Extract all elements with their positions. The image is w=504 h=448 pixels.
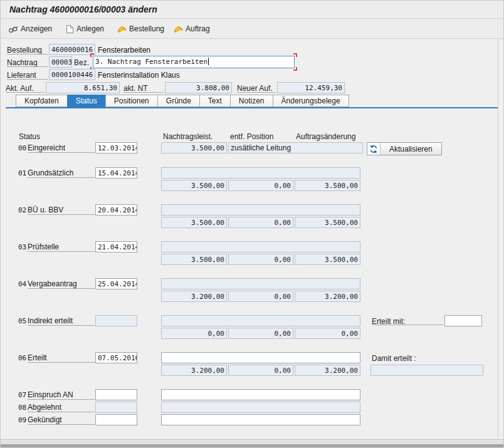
status-date-field[interactable] bbox=[95, 414, 137, 425]
entf-position-field: zusätliche Leitung bbox=[228, 142, 363, 154]
status-label: Gekündigt bbox=[28, 415, 62, 424]
nachtrag-label: Nachtrag bbox=[7, 58, 38, 67]
focus-corner-mark bbox=[90, 53, 94, 57]
status-date-field[interactable]: 25.04.2014 bbox=[95, 278, 137, 289]
anzeigen-button[interactable]: Anzeigen bbox=[6, 23, 55, 35]
nachtragsleist-amount: 3.500,00 bbox=[161, 180, 227, 191]
status-label: Grundsätzlich bbox=[28, 169, 73, 177]
status-label: Einspruch AN bbox=[28, 390, 73, 399]
label-filler-line bbox=[7, 79, 48, 80]
status-date-field[interactable]: 07.05.2016 bbox=[95, 352, 137, 363]
status-note-field bbox=[161, 315, 360, 326]
label-filler-line bbox=[28, 399, 95, 400]
label-filler-line bbox=[7, 54, 48, 55]
status-code: 02 bbox=[18, 206, 26, 214]
lieferant-description: Fensterinstallation Klaus bbox=[98, 71, 180, 80]
label-filler-line bbox=[28, 214, 95, 215]
bestellung-label: Bestellung bbox=[7, 46, 42, 55]
label-filler-line bbox=[6, 92, 45, 93]
status-date-field[interactable]: 12.03.2014 bbox=[95, 142, 137, 154]
label-filler-line bbox=[372, 325, 443, 325]
tab-strip: Kopfdaten Status Positionen Gründe Text … bbox=[16, 95, 349, 107]
status-code: 06 bbox=[18, 354, 26, 362]
tab-gruende[interactable]: Gründe bbox=[157, 95, 200, 107]
tab-notizen[interactable]: Notizen bbox=[230, 95, 273, 107]
status-label: Vergabeantrag bbox=[28, 279, 77, 288]
damit-erteilt-field bbox=[370, 365, 483, 376]
label-filler-line bbox=[28, 177, 95, 178]
status-code: 05 bbox=[18, 317, 26, 325]
bestellung-description: Fensterarbeiten bbox=[98, 46, 150, 55]
label-filler-line bbox=[28, 251, 95, 252]
auftrag-button[interactable]: Auftrag bbox=[171, 23, 213, 35]
aktualisieren-button-label: Aktualisieren bbox=[381, 145, 441, 154]
anlegen-button[interactable]: Anlegen bbox=[63, 23, 107, 35]
status-date-field[interactable] bbox=[95, 389, 137, 400]
auftragsaenderung-amount: 3.500,00 bbox=[295, 217, 360, 228]
tab-positionen[interactable]: Positionen bbox=[105, 95, 158, 107]
tab-text[interactable]: Text bbox=[199, 95, 231, 107]
lieferant-value-field: 0000100446 bbox=[49, 69, 95, 80]
nachtragsleist-amount: 3.200,00 bbox=[161, 365, 227, 376]
status-row-09: 09 Gekündigt bbox=[1, 414, 503, 427]
tab-status[interactable]: Status bbox=[67, 95, 106, 107]
auftragsaenderung-amount: 3.200,00 bbox=[295, 291, 360, 302]
label-filler-line bbox=[28, 152, 95, 153]
status-row-04: 04 Vergabeantrag 25.04.2014 bbox=[1, 278, 503, 291]
akt-auf-label: Akt. Auf. bbox=[6, 84, 34, 93]
status-note-field[interactable] bbox=[161, 352, 360, 363]
focus-corner-mark bbox=[293, 67, 297, 71]
status-code: 08 bbox=[18, 404, 26, 412]
akt-auf-value-field: 8.651,30 bbox=[46, 82, 120, 93]
status-note-field[interactable] bbox=[161, 414, 360, 425]
bez-input[interactable]: 3. Nachtrag Fensterarbeiten bbox=[93, 56, 295, 68]
label-filler-line bbox=[237, 92, 276, 93]
lieferant-label: Lieferant bbox=[7, 71, 36, 80]
bottom-bar bbox=[1, 439, 503, 447]
anlegen-button-label: Anlegen bbox=[76, 24, 104, 33]
entf-position-amount: 0,00 bbox=[228, 365, 293, 376]
status-label: Eingereicht bbox=[28, 143, 65, 152]
neuer-auf-label: Neuer Auf. bbox=[237, 84, 273, 93]
status-label: Indirekt erteilt bbox=[28, 316, 73, 325]
status-note-field[interactable] bbox=[161, 389, 360, 400]
status-label: Abgelehnt bbox=[28, 403, 61, 412]
status-row-01-amounts: 3.500,00 0,00 3.500,00 bbox=[1, 180, 503, 192]
aktualisieren-button[interactable]: Aktualisieren bbox=[367, 142, 442, 155]
nachtragsleist-amount: 0,00 bbox=[161, 328, 227, 339]
client-area-right-edge bbox=[498, 39, 498, 439]
status-row-02: 02 BÜ u. BBV 20.04.2014 bbox=[1, 204, 503, 217]
status-label: Erteilt bbox=[28, 353, 47, 362]
tab-aenderungsbelege[interactable]: Änderungsbelege bbox=[273, 95, 349, 107]
refresh-icon bbox=[367, 143, 381, 155]
page-title: Nachtrag 4600000016/00003 ändern bbox=[9, 4, 157, 14]
label-filler-line bbox=[28, 288, 95, 289]
status-date-field[interactable]: 21.04.2014 bbox=[95, 241, 137, 253]
status-row-06-amounts: 3.200,00 0,00 3.200,00 bbox=[1, 365, 503, 377]
status-row-07: 07 Einspruch AN bbox=[1, 389, 503, 402]
nachtragsleist-field: 3.500,00 bbox=[161, 142, 227, 154]
status-row-05: 05 Indirekt erteilt Erteilt mit: bbox=[1, 315, 503, 328]
bestellung-button[interactable]: Bestellung bbox=[115, 23, 167, 35]
status-date-field bbox=[95, 402, 137, 413]
status-code: 00 bbox=[18, 144, 26, 152]
new-document-icon bbox=[66, 24, 74, 34]
status-row-05-amounts: 0,00 0,00 0,00 bbox=[1, 328, 503, 340]
bestellung-value-field: 4600000016 bbox=[49, 44, 95, 55]
focus-corner-mark bbox=[293, 53, 297, 57]
entf-position-amount: 0,00 bbox=[228, 217, 293, 228]
status-date-field[interactable]: 15.04.2014 bbox=[95, 167, 137, 179]
label-filler-line bbox=[28, 424, 95, 425]
erteilt-mit-field[interactable] bbox=[444, 315, 482, 326]
tab-strip-rule bbox=[6, 107, 498, 108]
status-date-field[interactable]: 20.04.2014 bbox=[95, 204, 137, 216]
neuer-auf-value-field: 12.459,30 bbox=[277, 82, 345, 93]
text-cursor bbox=[208, 58, 209, 65]
tab-kopfdaten[interactable]: Kopfdaten bbox=[16, 95, 68, 107]
status-row-01: 01 Grundsätzlich 15.04.2014 bbox=[1, 167, 503, 180]
status-row-04-amounts: 3.200,00 0,00 3.200,00 bbox=[1, 291, 503, 303]
status-note-field bbox=[161, 402, 360, 413]
status-code: 04 bbox=[18, 280, 26, 288]
window-bottom-border bbox=[1, 444, 503, 447]
status-code: 03 bbox=[18, 243, 26, 251]
